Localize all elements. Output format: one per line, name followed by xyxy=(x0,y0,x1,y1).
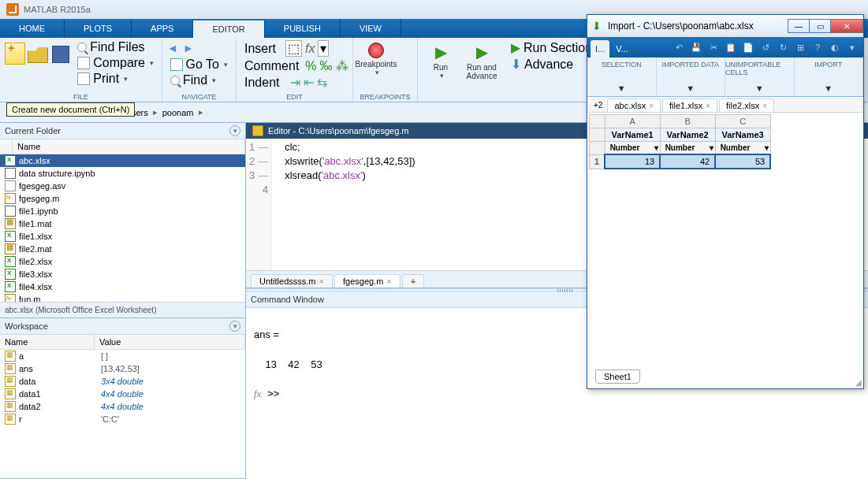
file-row[interactable]: file1.xlsx xyxy=(0,230,245,243)
import-file-tab[interactable]: file1.xlsx × xyxy=(662,98,717,112)
workspace-row[interactable]: data3x4 double xyxy=(0,375,245,388)
comment-button[interactable]: Comment % ‰ ⁂ xyxy=(241,58,348,74)
minimize-button[interactable]: — xyxy=(788,19,810,33)
panel-menu-icon[interactable]: ▾ xyxy=(229,125,240,136)
dropdown-icon[interactable]: ▾ xyxy=(844,40,860,54)
close-icon[interactable]: × xyxy=(706,102,710,110)
file-icon xyxy=(5,155,16,166)
view-tab[interactable]: V... xyxy=(611,40,633,58)
file-icon xyxy=(5,294,16,302)
toolbar-icon[interactable]: ↺ xyxy=(758,40,773,54)
file-icon xyxy=(5,206,16,217)
file-row[interactable]: file2.xlsx xyxy=(0,255,245,268)
file-row[interactable]: fun.m xyxy=(0,293,245,302)
insert-button[interactable]: Insert ⬚ fx ▾ xyxy=(241,39,348,58)
print-button[interactable]: Print xyxy=(74,71,157,87)
main-tab-editor[interactable]: EDITOR xyxy=(193,19,264,38)
toolbar-icon[interactable]: ◐ xyxy=(827,40,843,54)
toolbar-icon[interactable]: ↻ xyxy=(775,40,791,54)
help-icon[interactable]: ? xyxy=(810,40,825,54)
file-icon xyxy=(5,231,16,242)
find-button[interactable]: Find xyxy=(167,72,231,88)
file-row[interactable]: fgesgeg.asv xyxy=(0,180,245,192)
toolbar-icon[interactable]: 💾 xyxy=(688,40,704,54)
import-tab[interactable]: I... xyxy=(590,40,609,58)
file-row[interactable]: file2.mat xyxy=(0,243,245,255)
panel-menu-icon[interactable]: ▾ xyxy=(229,321,240,332)
file-row[interactable]: data structure.ipynb xyxy=(0,167,245,180)
main-tab-home[interactable]: HOME xyxy=(0,19,65,38)
main-tab-plots[interactable]: PLOTS xyxy=(65,19,132,38)
name-column-header[interactable]: Name xyxy=(13,139,245,154)
import-file-tab[interactable]: abc.xlsx × xyxy=(607,98,661,112)
fwd-icon[interactable] xyxy=(183,42,196,54)
workspace-row[interactable]: r'C:C' xyxy=(0,413,245,425)
import-section[interactable]: IMPORTED DATA xyxy=(657,58,726,96)
back-icon[interactable] xyxy=(167,42,180,54)
file-row[interactable]: fgesgeg.m xyxy=(0,192,245,205)
find-files-button[interactable]: Find Files xyxy=(74,39,157,55)
run-section-button[interactable]: ▶Run Section xyxy=(508,39,595,56)
overflow-tabs[interactable]: +2 xyxy=(590,98,605,112)
close-icon[interactable]: × xyxy=(319,277,324,286)
breadcrumb-segment[interactable]: poonam xyxy=(162,108,194,117)
import-grid[interactable]: A B C VarName1 VarName2 VarName3 Number … xyxy=(587,113,863,388)
breakpoints-button[interactable]: Breakpoints xyxy=(358,39,394,76)
import-section[interactable]: SELECTION xyxy=(587,58,657,96)
file-details: abc.xlsx (Microsoft Office Excel Workshe… xyxy=(0,302,245,317)
close-icon[interactable]: × xyxy=(649,102,654,110)
file-list[interactable]: abc.xlsxdata structure.ipynbfgesgeg.asvf… xyxy=(0,154,245,302)
workspace-list[interactable]: a[ ]ans[13,42,53]data3x4 doubledata14x4 … xyxy=(0,350,245,478)
close-icon[interactable]: × xyxy=(386,277,391,286)
editor-tab[interactable]: Untitledssss.m × xyxy=(251,274,333,288)
import-icon xyxy=(592,20,605,32)
file-row[interactable]: file1.ipynb xyxy=(0,205,245,217)
editor-tab[interactable]: fgesgeg.m × xyxy=(334,274,400,288)
indent-button[interactable]: Indent ⇥ ⇤ ⇆ xyxy=(241,74,348,91)
close-button[interactable]: ✕ xyxy=(830,19,863,33)
sheet-tab[interactable]: Sheet1 xyxy=(595,369,640,384)
variable-icon xyxy=(5,414,16,425)
resize-grip-icon[interactable]: ◢ xyxy=(855,378,862,387)
file-icon xyxy=(5,269,16,280)
file-icon xyxy=(5,256,16,267)
run-advance-button[interactable]: Run and Advance xyxy=(460,39,503,80)
new-button[interactable] xyxy=(5,39,26,87)
main-tab-publish[interactable]: PUBLISH xyxy=(265,19,341,38)
workspace-row[interactable]: data14x4 double xyxy=(0,388,245,400)
workspace-row[interactable]: ans[13,42,53] xyxy=(0,362,245,375)
ribbon-group-file-label: FILE xyxy=(0,92,162,102)
save-button[interactable] xyxy=(50,39,71,87)
ws-name-col[interactable]: Name xyxy=(0,335,95,349)
import-titlebar[interactable]: Import - C:\Users\poonam\abc.xlsx — ▭ ✕ xyxy=(587,15,863,37)
advance-button[interactable]: ⬇Advance xyxy=(508,56,595,72)
import-section[interactable]: IMPORT xyxy=(795,58,864,96)
toolbar-icon[interactable]: ✂ xyxy=(706,40,721,54)
toolbar-icon[interactable]: ⊞ xyxy=(792,40,808,54)
import-sections: SELECTIONIMPORTED DATAUNIMPORTABLE CELLS… xyxy=(587,58,863,97)
toolbar-icon[interactable]: 📄 xyxy=(740,40,756,54)
close-icon[interactable]: × xyxy=(762,102,767,110)
compare-button[interactable]: Compare xyxy=(74,55,157,71)
file-row[interactable]: file1.mat xyxy=(0,217,245,230)
workspace-row[interactable]: data24x4 double xyxy=(0,400,245,413)
goto-button[interactable]: Go To xyxy=(167,57,231,72)
toolbar-icon[interactable]: ↶ xyxy=(671,40,687,54)
import-section[interactable]: UNIMPORTABLE CELLS xyxy=(725,58,795,96)
tooltip: Create new document (Ctrl+N) xyxy=(6,102,135,117)
ws-value-col[interactable]: Value xyxy=(95,335,245,349)
file-row[interactable]: file3.xlsx xyxy=(0,268,245,280)
file-row[interactable]: abc.xlsx xyxy=(0,154,245,167)
import-file-tab[interactable]: file2.xlsx × xyxy=(719,98,774,112)
import-toolbar: I... V... ↶ 💾 ✂ 📋 📄 ↺ ↻ ⊞ ? ◐ ▾ xyxy=(587,37,863,58)
workspace-row[interactable]: a[ ] xyxy=(0,350,245,362)
main-tab-apps[interactable]: APPS xyxy=(132,19,193,38)
toolbar-icon[interactable]: 📋 xyxy=(723,40,739,54)
open-button[interactable] xyxy=(28,39,49,87)
run-button[interactable]: Run xyxy=(423,39,459,80)
file-icon xyxy=(5,243,16,254)
file-row[interactable]: file4.xlsx xyxy=(0,280,245,293)
new-tab-button[interactable]: + xyxy=(402,274,424,288)
maximize-button[interactable]: ▭ xyxy=(809,19,831,33)
main-tab-view[interactable]: VIEW xyxy=(341,19,401,38)
